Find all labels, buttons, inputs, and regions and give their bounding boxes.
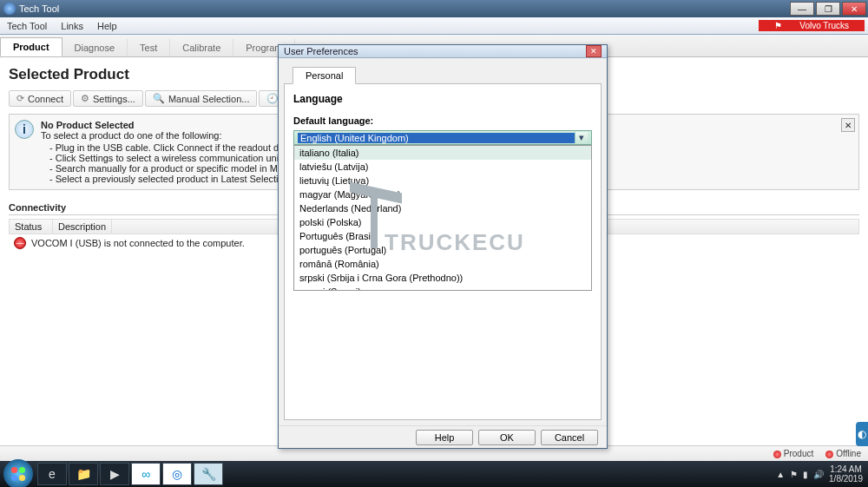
info-close-button[interactable]: ✕	[841, 118, 855, 132]
manual-selection-button[interactable]: 🔍Manual Selection...	[145, 90, 258, 107]
tab-personal[interactable]: Personal	[293, 67, 356, 84]
list-item[interactable]: magyar (Magyarország)	[294, 188, 591, 201]
list-item[interactable]: suomi (Suomi)	[294, 285, 591, 291]
window-titlebar: Tech Tool — ❐ ✕	[0, 0, 868, 17]
offline-led-icon	[825, 451, 833, 458]
settings-button[interactable]: ⚙Settings...	[73, 90, 143, 107]
taskbar-techtool-icon[interactable]: 🔧	[194, 463, 223, 485]
flag-icon: ⚑	[767, 21, 789, 30]
language-heading: Language	[293, 93, 592, 105]
list-item[interactable]: polski (Polska)	[294, 215, 591, 229]
col-description: Description	[53, 220, 112, 234]
app-icon	[3, 3, 16, 15]
maximize-button[interactable]: ❐	[816, 2, 840, 16]
taskbar-clock[interactable]: 1:24 AM 1/8/2019	[829, 464, 863, 484]
list-item[interactable]: srpski (Srbija i Crna Gora (Prethodno))	[294, 271, 591, 285]
clock-date: 1/8/2019	[829, 474, 863, 484]
dialog-button-row: Help OK Cancel	[279, 425, 607, 448]
svg-point-3	[19, 475, 25, 481]
tab-product[interactable]: Product	[0, 37, 62, 56]
connect-icon: ⟳	[16, 93, 24, 104]
default-language-label: Default language:	[293, 115, 373, 126]
tab-diagnose[interactable]: Diagnose	[62, 39, 128, 56]
minimize-button[interactable]: —	[790, 2, 814, 16]
dialog-title: User Preferences	[284, 46, 358, 56]
connect-button[interactable]: ⟳Connect	[9, 90, 71, 107]
row-description: VOCOM I (USB) is not connected to the co…	[31, 238, 245, 248]
tab-calibrate[interactable]: Calibrate	[170, 39, 233, 56]
list-item[interactable]: latviešu (Latvija)	[294, 160, 591, 174]
search-icon: 🔍	[153, 93, 165, 104]
help-button[interactable]: Help	[416, 430, 473, 445]
side-widget[interactable]: ◐	[856, 422, 868, 446]
tray-network-icon[interactable]: ▮	[803, 470, 808, 479]
start-button[interactable]	[3, 459, 33, 487]
dialog-close-button[interactable]: ✕	[586, 45, 602, 57]
svg-point-0	[11, 467, 17, 473]
list-item[interactable]: português (Portugal)	[294, 243, 591, 257]
system-tray: ▲ ⚑ ▮ 🔊 1:24 AM 1/8/2019	[776, 464, 868, 484]
taskbar-ie-icon[interactable]: e	[37, 463, 67, 485]
cancel-button[interactable]: Cancel	[541, 430, 598, 445]
gear-icon: ⚙	[81, 93, 89, 104]
tab-test[interactable]: Test	[128, 39, 170, 56]
menu-links[interactable]: Links	[54, 21, 90, 31]
list-item[interactable]: Português (Brasil)	[294, 229, 591, 243]
chevron-down-icon: ▾	[575, 132, 588, 143]
combobox-selected: English (United Kingdom)	[298, 133, 575, 143]
brand-flag-label: Volvo Trucks	[792, 21, 856, 30]
taskbar: e 📁 ▶ ∞ ◎ 🔧 ▲ ⚑ ▮ 🔊 1:24 AM 1/8/2019	[0, 461, 868, 487]
list-item[interactable]: Nederlands (Nederland)	[294, 201, 591, 215]
tray-volume-icon[interactable]: 🔊	[813, 470, 824, 479]
language-combobox[interactable]: English (United Kingdom) ▾	[293, 130, 592, 145]
brand-flag: ⚑ Volvo Trucks	[759, 20, 865, 31]
taskbar-media-icon[interactable]: ▶	[100, 463, 129, 485]
list-item[interactable]: română (România)	[294, 257, 591, 271]
info-icon: i	[15, 120, 34, 139]
taskbar-teamviewer-icon[interactable]: ◎	[162, 463, 192, 485]
tray-flag-icon[interactable]: ▲	[776, 470, 785, 479]
menubar: Tech Tool Links Help ⚑ Volvo Trucks	[0, 17, 868, 35]
svg-point-1	[19, 467, 25, 473]
dialog-tab-panel: Language Default language: English (Unit…	[284, 83, 602, 420]
dialog-titlebar[interactable]: User Preferences ✕	[279, 45, 607, 58]
status-product: Product	[784, 449, 813, 458]
tray-action-icon[interactable]: ⚑	[790, 470, 798, 479]
status-offline: Offline	[836, 449, 861, 458]
svg-point-2	[11, 475, 17, 481]
menu-techtool[interactable]: Tech Tool	[0, 21, 54, 31]
status-error-icon	[14, 237, 26, 249]
window-title: Tech Tool	[19, 3, 59, 14]
close-button[interactable]: ✕	[842, 2, 866, 16]
taskbar-explorer-icon[interactable]: 📁	[69, 463, 98, 485]
user-preferences-dialog: User Preferences ✕ Personal Language Def…	[278, 44, 608, 449]
menu-help[interactable]: Help	[90, 21, 124, 31]
list-item[interactable]: lietuvių (Lietuva)	[294, 174, 591, 188]
info-intro: To select a product do one of the follow…	[41, 130, 222, 141]
col-status: Status	[10, 220, 53, 234]
language-listbox[interactable]: TRUCKECU italiano (Italia) latviešu (Lat…	[293, 145, 592, 291]
product-led-icon	[773, 451, 781, 458]
taskbar-app1-icon[interactable]: ∞	[131, 463, 161, 485]
clock-time: 1:24 AM	[829, 464, 863, 474]
ok-button[interactable]: OK	[478, 430, 536, 445]
list-item[interactable]: italiano (Italia)	[294, 146, 591, 160]
